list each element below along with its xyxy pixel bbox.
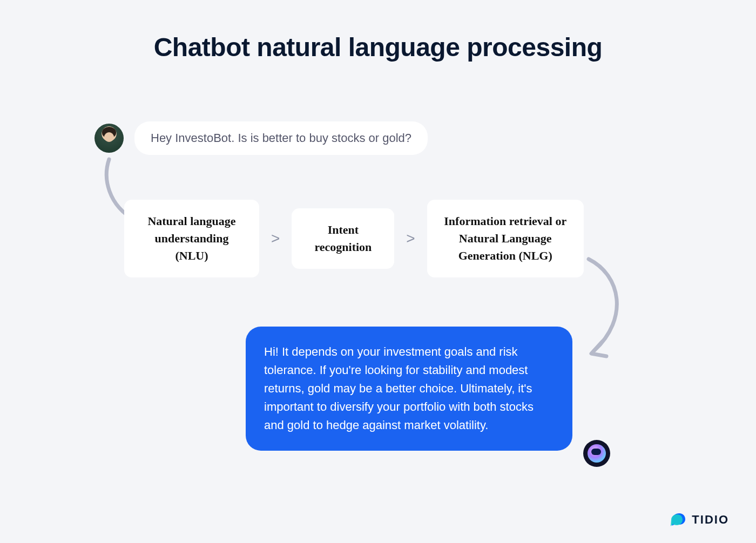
brand-name: TIDIO [692, 513, 729, 527]
step-intent: Intent recognition [292, 208, 394, 269]
step-nlu: Natural language understanding (NLU) [124, 200, 259, 277]
chevron-icon: > [269, 230, 282, 247]
chevron-icon: > [404, 230, 417, 247]
nlp-steps-row: Natural language understanding (NLU) > I… [124, 200, 584, 277]
diagram-canvas: Hey InvestoBot. Is is better to buy stoc… [0, 62, 756, 543]
user-avatar [94, 124, 124, 153]
user-message-row: Hey InvestoBot. Is is better to buy stoc… [94, 121, 428, 155]
user-message-bubble: Hey InvestoBot. Is is better to buy stoc… [134, 121, 428, 155]
brand-logo: TIDIO [670, 512, 729, 528]
page-title: Chatbot natural language processing [0, 0, 756, 62]
bot-avatar [583, 440, 610, 467]
bot-message-bubble: Hi! It depends on your investment goals … [246, 327, 572, 451]
step-nlg: Information retrieval or Natural Languag… [427, 200, 584, 277]
tidio-logo-icon [670, 512, 686, 528]
